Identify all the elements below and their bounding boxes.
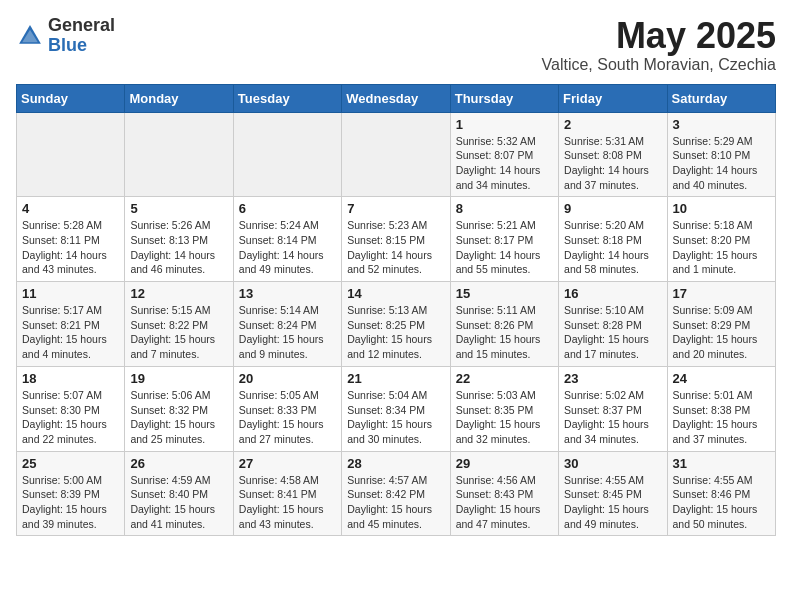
day-number: 21 [347,371,444,386]
day-cell: 2Sunrise: 5:31 AMSunset: 8:08 PMDaylight… [559,112,667,197]
day-info: Sunrise: 5:11 AMSunset: 8:26 PMDaylight:… [456,303,553,362]
day-info: Sunrise: 5:01 AMSunset: 8:38 PMDaylight:… [673,388,770,447]
week-row-2: 4Sunrise: 5:28 AMSunset: 8:11 PMDaylight… [17,197,776,282]
day-info: Sunrise: 5:14 AMSunset: 8:24 PMDaylight:… [239,303,336,362]
day-info: Sunrise: 5:32 AMSunset: 8:07 PMDaylight:… [456,134,553,193]
week-row-5: 25Sunrise: 5:00 AMSunset: 8:39 PMDayligh… [17,451,776,536]
day-cell: 30Sunrise: 4:55 AMSunset: 8:45 PMDayligh… [559,451,667,536]
day-number: 24 [673,371,770,386]
day-cell: 26Sunrise: 4:59 AMSunset: 8:40 PMDayligh… [125,451,233,536]
day-info: Sunrise: 5:09 AMSunset: 8:29 PMDaylight:… [673,303,770,362]
day-cell: 24Sunrise: 5:01 AMSunset: 8:38 PMDayligh… [667,366,775,451]
day-number: 17 [673,286,770,301]
day-number: 4 [22,201,119,216]
calendar-table: SundayMondayTuesdayWednesdayThursdayFrid… [16,84,776,537]
day-number: 26 [130,456,227,471]
day-number: 16 [564,286,661,301]
day-number: 22 [456,371,553,386]
day-cell: 6Sunrise: 5:24 AMSunset: 8:14 PMDaylight… [233,197,341,282]
logo-general-text: General [48,15,115,35]
day-cell: 27Sunrise: 4:58 AMSunset: 8:41 PMDayligh… [233,451,341,536]
day-cell: 18Sunrise: 5:07 AMSunset: 8:30 PMDayligh… [17,366,125,451]
day-info: Sunrise: 5:03 AMSunset: 8:35 PMDaylight:… [456,388,553,447]
day-number: 23 [564,371,661,386]
day-cell: 21Sunrise: 5:04 AMSunset: 8:34 PMDayligh… [342,366,450,451]
month-year-title: May 2025 [542,16,776,56]
day-info: Sunrise: 5:28 AMSunset: 8:11 PMDaylight:… [22,218,119,277]
day-cell: 22Sunrise: 5:03 AMSunset: 8:35 PMDayligh… [450,366,558,451]
title-block: May 2025 Valtice, South Moravian, Czechi… [542,16,776,74]
day-info: Sunrise: 5:02 AMSunset: 8:37 PMDaylight:… [564,388,661,447]
logo-blue-text: Blue [48,35,87,55]
day-info: Sunrise: 5:24 AMSunset: 8:14 PMDaylight:… [239,218,336,277]
logo-icon [16,22,44,50]
day-cell: 29Sunrise: 4:56 AMSunset: 8:43 PMDayligh… [450,451,558,536]
day-number: 25 [22,456,119,471]
weekday-header-row: SundayMondayTuesdayWednesdayThursdayFrid… [17,84,776,112]
day-cell: 4Sunrise: 5:28 AMSunset: 8:11 PMDaylight… [17,197,125,282]
day-cell: 14Sunrise: 5:13 AMSunset: 8:25 PMDayligh… [342,282,450,367]
weekday-header-saturday: Saturday [667,84,775,112]
day-info: Sunrise: 5:07 AMSunset: 8:30 PMDaylight:… [22,388,119,447]
day-info: Sunrise: 5:17 AMSunset: 8:21 PMDaylight:… [22,303,119,362]
day-cell: 28Sunrise: 4:57 AMSunset: 8:42 PMDayligh… [342,451,450,536]
day-info: Sunrise: 5:04 AMSunset: 8:34 PMDaylight:… [347,388,444,447]
day-info: Sunrise: 4:58 AMSunset: 8:41 PMDaylight:… [239,473,336,532]
day-cell: 3Sunrise: 5:29 AMSunset: 8:10 PMDaylight… [667,112,775,197]
day-cell [125,112,233,197]
day-cell: 1Sunrise: 5:32 AMSunset: 8:07 PMDaylight… [450,112,558,197]
day-info: Sunrise: 5:05 AMSunset: 8:33 PMDaylight:… [239,388,336,447]
day-number: 29 [456,456,553,471]
day-info: Sunrise: 4:57 AMSunset: 8:42 PMDaylight:… [347,473,444,532]
day-info: Sunrise: 4:56 AMSunset: 8:43 PMDaylight:… [456,473,553,532]
day-number: 7 [347,201,444,216]
day-cell: 5Sunrise: 5:26 AMSunset: 8:13 PMDaylight… [125,197,233,282]
day-number: 27 [239,456,336,471]
day-info: Sunrise: 5:26 AMSunset: 8:13 PMDaylight:… [130,218,227,277]
day-info: Sunrise: 5:15 AMSunset: 8:22 PMDaylight:… [130,303,227,362]
day-cell: 19Sunrise: 5:06 AMSunset: 8:32 PMDayligh… [125,366,233,451]
day-number: 6 [239,201,336,216]
weekday-header-monday: Monday [125,84,233,112]
day-cell: 13Sunrise: 5:14 AMSunset: 8:24 PMDayligh… [233,282,341,367]
day-info: Sunrise: 4:59 AMSunset: 8:40 PMDaylight:… [130,473,227,532]
day-cell: 20Sunrise: 5:05 AMSunset: 8:33 PMDayligh… [233,366,341,451]
weekday-header-sunday: Sunday [17,84,125,112]
day-info: Sunrise: 5:29 AMSunset: 8:10 PMDaylight:… [673,134,770,193]
logo: General Blue [16,16,115,56]
day-cell: 25Sunrise: 5:00 AMSunset: 8:39 PMDayligh… [17,451,125,536]
day-info: Sunrise: 4:55 AMSunset: 8:46 PMDaylight:… [673,473,770,532]
day-number: 3 [673,117,770,132]
day-cell: 12Sunrise: 5:15 AMSunset: 8:22 PMDayligh… [125,282,233,367]
day-number: 11 [22,286,119,301]
day-cell [17,112,125,197]
day-cell: 17Sunrise: 5:09 AMSunset: 8:29 PMDayligh… [667,282,775,367]
day-info: Sunrise: 5:23 AMSunset: 8:15 PMDaylight:… [347,218,444,277]
day-info: Sunrise: 5:20 AMSunset: 8:18 PMDaylight:… [564,218,661,277]
day-info: Sunrise: 4:55 AMSunset: 8:45 PMDaylight:… [564,473,661,532]
day-info: Sunrise: 5:21 AMSunset: 8:17 PMDaylight:… [456,218,553,277]
week-row-3: 11Sunrise: 5:17 AMSunset: 8:21 PMDayligh… [17,282,776,367]
day-number: 19 [130,371,227,386]
day-cell: 9Sunrise: 5:20 AMSunset: 8:18 PMDaylight… [559,197,667,282]
day-number: 5 [130,201,227,216]
day-cell [342,112,450,197]
weekday-header-thursday: Thursday [450,84,558,112]
week-row-1: 1Sunrise: 5:32 AMSunset: 8:07 PMDaylight… [17,112,776,197]
day-cell: 7Sunrise: 5:23 AMSunset: 8:15 PMDaylight… [342,197,450,282]
day-cell: 23Sunrise: 5:02 AMSunset: 8:37 PMDayligh… [559,366,667,451]
day-cell: 15Sunrise: 5:11 AMSunset: 8:26 PMDayligh… [450,282,558,367]
day-cell: 11Sunrise: 5:17 AMSunset: 8:21 PMDayligh… [17,282,125,367]
day-info: Sunrise: 5:13 AMSunset: 8:25 PMDaylight:… [347,303,444,362]
day-cell: 16Sunrise: 5:10 AMSunset: 8:28 PMDayligh… [559,282,667,367]
weekday-header-tuesday: Tuesday [233,84,341,112]
day-number: 12 [130,286,227,301]
day-info: Sunrise: 5:18 AMSunset: 8:20 PMDaylight:… [673,218,770,277]
location-subtitle: Valtice, South Moravian, Czechia [542,56,776,74]
weekday-header-friday: Friday [559,84,667,112]
day-info: Sunrise: 5:06 AMSunset: 8:32 PMDaylight:… [130,388,227,447]
day-number: 14 [347,286,444,301]
day-number: 30 [564,456,661,471]
day-cell: 8Sunrise: 5:21 AMSunset: 8:17 PMDaylight… [450,197,558,282]
day-info: Sunrise: 5:10 AMSunset: 8:28 PMDaylight:… [564,303,661,362]
